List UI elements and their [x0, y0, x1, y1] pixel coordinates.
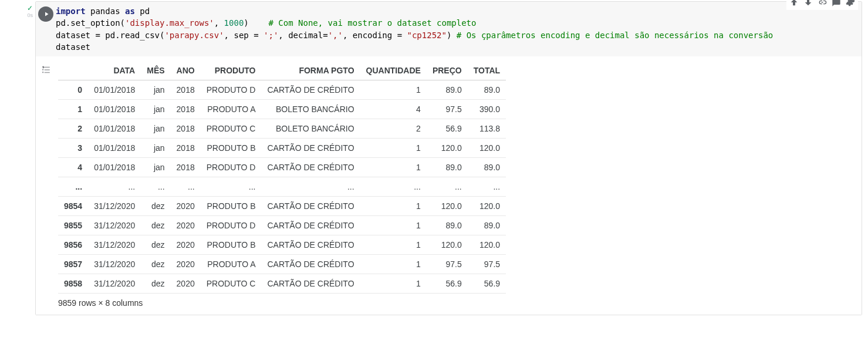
table-cell: CARTÃO DE CRÉDITO: [261, 197, 360, 216]
code-number: 1000: [224, 18, 244, 28]
table-row: 101/01/2018jan2018PRODUTO ABOLETO BANCÁR…: [58, 100, 506, 119]
table-cell: 31/12/2020: [88, 197, 141, 216]
table-cell: ...: [427, 177, 468, 197]
table-cell: 97.5: [427, 255, 468, 274]
table-cell: CARTÃO DE CRÉDITO: [261, 80, 360, 100]
code-string: 'parapy.csv': [164, 31, 224, 40]
table-cell: 89.0: [468, 158, 506, 177]
dataframe-table: DATAMÊSANOPRODUTOFORMA PGTOQUANTIDADEPRE…: [58, 61, 506, 294]
table-cell: jan: [141, 100, 170, 119]
row-index: 2: [58, 119, 88, 139]
table-cell: 2020: [171, 216, 201, 235]
row-index: 9858: [58, 274, 88, 294]
table-cell: ...: [360, 177, 427, 197]
table-cell: 56.9: [427, 119, 468, 139]
table-cell: ...: [261, 177, 360, 197]
output-toggle-button[interactable]: [40, 65, 51, 75]
table-cell: 1: [360, 80, 427, 100]
row-index: 9857: [58, 255, 88, 274]
cell-toolbar: [786, 0, 858, 10]
table-cell: 56.9: [468, 274, 506, 294]
comment-button[interactable]: [830, 0, 843, 9]
row-index: 9856: [58, 235, 88, 255]
gear-icon: [846, 0, 855, 7]
table-cell: 2018: [171, 100, 201, 119]
code-text: ,: [214, 18, 224, 28]
code-keyword: as: [125, 6, 135, 16]
column-header: PRODUTO: [201, 61, 262, 80]
table-row: 201/01/2018jan2018PRODUTO CBOLETO BANCÁR…: [58, 119, 506, 139]
table-cell: jan: [141, 80, 170, 100]
table-cell: 97.5: [468, 255, 506, 274]
table-cell: PRODUTO B: [201, 197, 262, 216]
table-cell: 2018: [171, 139, 201, 158]
run-button-container: [36, 5, 56, 22]
table-cell: 120.0: [427, 197, 468, 216]
index-header: [58, 61, 88, 80]
table-cell: 113.8: [468, 119, 506, 139]
table-cell: ...: [141, 177, 170, 197]
code-editor[interactable]: import pandas as pd pd.set_option('displ…: [56, 5, 857, 53]
table-cell: 2020: [171, 274, 201, 294]
code-text: , decimal=: [278, 31, 327, 40]
code-text: ): [447, 31, 457, 40]
code-text: , sep =: [224, 31, 264, 40]
table-cell: 1: [360, 216, 427, 235]
table-cell: PRODUTO D: [201, 158, 262, 177]
table-cell: CARTÃO DE CRÉDITO: [261, 158, 360, 177]
table-row: 001/01/2018jan2018PRODUTO DCARTÃO DE CRÉ…: [58, 80, 506, 100]
code-string: 'display.max_rows': [125, 18, 214, 28]
table-cell: ...: [201, 177, 262, 197]
table-cell: 01/01/2018: [88, 119, 141, 139]
table-cell: 01/01/2018: [88, 139, 141, 158]
table-cell: dez: [141, 255, 170, 274]
table-cell: PRODUTO D: [201, 80, 262, 100]
table-cell: 31/12/2020: [88, 216, 141, 235]
notebook-cell: ✓ 0s imp: [0, 0, 868, 315]
column-header: MÊS: [141, 61, 170, 80]
table-cell: 56.9: [427, 274, 468, 294]
table-cell: 1: [360, 139, 427, 158]
table-cell: PRODUTO C: [201, 274, 262, 294]
table-cell: 31/12/2020: [88, 274, 141, 294]
move-down-button[interactable]: [802, 0, 815, 9]
code-text: dataset: [56, 42, 90, 52]
table-cell: 89.0: [427, 158, 468, 177]
table-cell: dez: [141, 216, 170, 235]
table-cell: CARTÃO DE CRÉDITO: [261, 255, 360, 274]
table-cell: 4: [360, 100, 427, 119]
table-cell: jan: [141, 119, 170, 139]
code-comment: # Os çparâmetros encoding e decimal são …: [457, 31, 773, 40]
table-cell: 2018: [171, 119, 201, 139]
table-cell: 2020: [171, 255, 201, 274]
move-up-button[interactable]: [788, 0, 801, 9]
code-text: dataset = pd.read_csv(: [56, 31, 164, 40]
output-content: DATAMÊSANOPRODUTOFORMA PGTOQUANTIDADEPRE…: [56, 61, 506, 308]
table-cell: PRODUTO B: [201, 235, 262, 255]
table-cell: 2: [360, 119, 427, 139]
code-input-area[interactable]: import pandas as pd pd.set_option('displ…: [36, 2, 862, 56]
table-cell: 01/01/2018: [88, 80, 141, 100]
table-cell: ...: [88, 177, 141, 197]
table-row: 985831/12/2020dez2020PRODUTO CCARTÃO DE …: [58, 274, 506, 294]
table-cell: 89.0: [468, 216, 506, 235]
row-index: 9855: [58, 216, 88, 235]
run-button[interactable]: [38, 6, 53, 22]
table-cell: jan: [141, 158, 170, 177]
table-row: 985731/12/2020dez2020PRODUTO ACARTÃO DE …: [58, 255, 506, 274]
link-button[interactable]: [816, 0, 829, 9]
code-string: ',': [328, 31, 343, 40]
play-icon: [43, 11, 50, 18]
table-cell: 89.0: [427, 80, 468, 100]
table-cell: 1: [360, 274, 427, 294]
table-cell: PRODUTO D: [201, 216, 262, 235]
code-text: pd: [135, 6, 150, 16]
table-row: 985431/12/2020dez2020PRODUTO BCARTÃO DE …: [58, 197, 506, 216]
table-cell: 120.0: [468, 139, 506, 158]
column-header: PREÇO: [427, 61, 468, 80]
table-cell: PRODUTO A: [201, 100, 262, 119]
settings-button[interactable]: [844, 0, 857, 9]
table-cell: CARTÃO DE CRÉDITO: [261, 235, 360, 255]
execution-check-icon: ✓: [27, 5, 33, 12]
table-row: 401/01/2018jan2018PRODUTO DCARTÃO DE CRÉ…: [58, 158, 506, 177]
